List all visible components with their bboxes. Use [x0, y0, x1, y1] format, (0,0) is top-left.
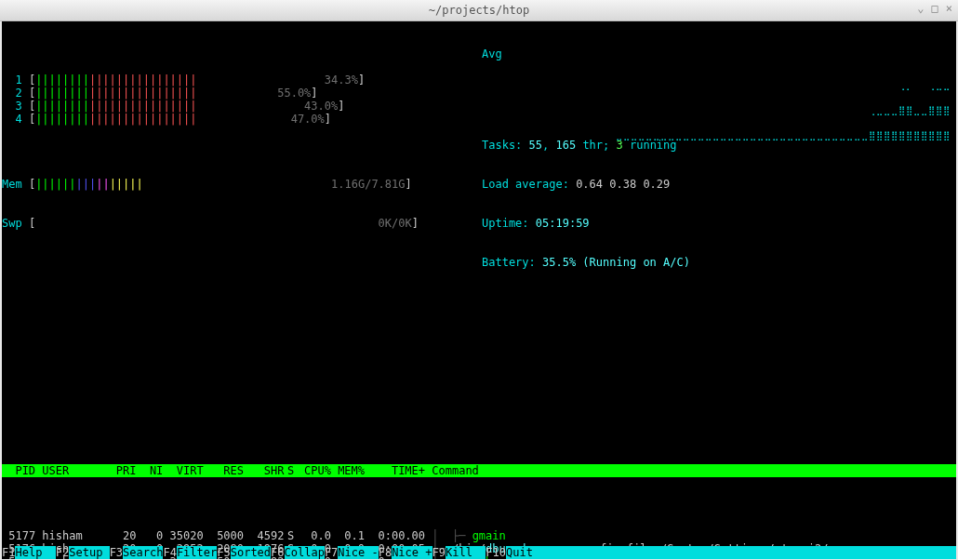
uptime-line: Uptime: 05:19:59 [482, 217, 690, 230]
swp-bar: [ 0K/0K] [29, 217, 419, 230]
mem-bar: [|||||||||||||||| 1.16G/7.81G] [29, 178, 412, 191]
hdr-pid[interactable]: PID [2, 464, 35, 477]
fkey[interactable]: F5 [217, 546, 230, 559]
avg-label: Avg [482, 47, 502, 60]
minimize-icon[interactable]: ⌄ [917, 2, 924, 15]
fkey-label[interactable]: Help [15, 546, 55, 559]
fkey[interactable]: F10 [486, 546, 506, 559]
fkey-label[interactable]: Sorted [231, 546, 271, 559]
fkey-label[interactable]: Kill [446, 546, 486, 559]
window-titlebar[interactable]: ~/projects/htop ⌄ □ × [0, 0, 958, 21]
footer-bar: F1Help F2Setup F3SearchF4FilterF5SortedF… [2, 546, 956, 559]
hdr-mem[interactable]: MEM% [331, 464, 365, 477]
tasks-line: Tasks: 55, 165 thr; 3 running [482, 139, 690, 152]
fkey[interactable]: F2 [56, 546, 69, 559]
fkey-label[interactable]: Setup [69, 546, 109, 559]
hdr-cpu[interactable]: CPU% [298, 464, 331, 477]
hdr-pri[interactable]: PRI [110, 464, 137, 477]
window-controls: ⌄ □ × [917, 2, 952, 15]
window-title: ~/projects/htop [429, 4, 529, 17]
hdr-s[interactable]: S [284, 464, 297, 477]
fkey-label[interactable]: Filter [177, 546, 217, 559]
fkey[interactable]: F3 [110, 546, 123, 559]
fkey[interactable]: F9 [432, 546, 446, 559]
close-icon[interactable]: × [946, 2, 952, 15]
hdr-user[interactable]: USER [42, 464, 109, 477]
hdr-cmd[interactable]: Command [432, 464, 956, 477]
fkey[interactable]: F6 [271, 546, 284, 559]
fkey-label[interactable]: Nice - [338, 546, 378, 559]
hdr-shr[interactable]: SHR [244, 464, 284, 477]
hdr-time[interactable]: TIME+ [365, 464, 425, 477]
fkey[interactable]: F8 [379, 546, 392, 559]
fkey[interactable]: F7 [325, 546, 338, 559]
fkey[interactable]: F4 [163, 546, 176, 559]
app-window: ~/projects/htop ⌄ □ × 1 [|||||||||||||||… [0, 0, 958, 560]
loadavg-line: Load average: 0.64 0.38 0.29 [482, 178, 690, 191]
battery-line: Battery: 35.5% (Running on A/C) [482, 256, 690, 269]
column-header[interactable]: PID USER PRI NI VIRT RES SHR S CPU% MEM%… [2, 464, 956, 477]
swp-label: Swp [2, 217, 29, 230]
fkey-label[interactable]: Search [123, 546, 163, 559]
fkey-label[interactable]: Collap [285, 546, 325, 559]
terminal-body[interactable]: 1 [|||||||||||||||||||||||| 34.3%]2 [|||… [2, 21, 956, 559]
mem-label: Mem [2, 178, 29, 191]
fkey-label[interactable]: Quit [506, 546, 546, 559]
process-row[interactable]: 5177hisham2003502050004592S0.00.10:00.00… [2, 529, 956, 542]
hdr-ni[interactable]: NI [136, 464, 163, 477]
maximize-icon[interactable]: □ [932, 2, 938, 15]
hdr-virt[interactable]: VIRT [163, 464, 203, 477]
fkey[interactable]: F1 [2, 546, 15, 559]
fkey-label[interactable]: Nice + [392, 546, 432, 559]
hdr-res[interactable]: RES [204, 464, 244, 477]
